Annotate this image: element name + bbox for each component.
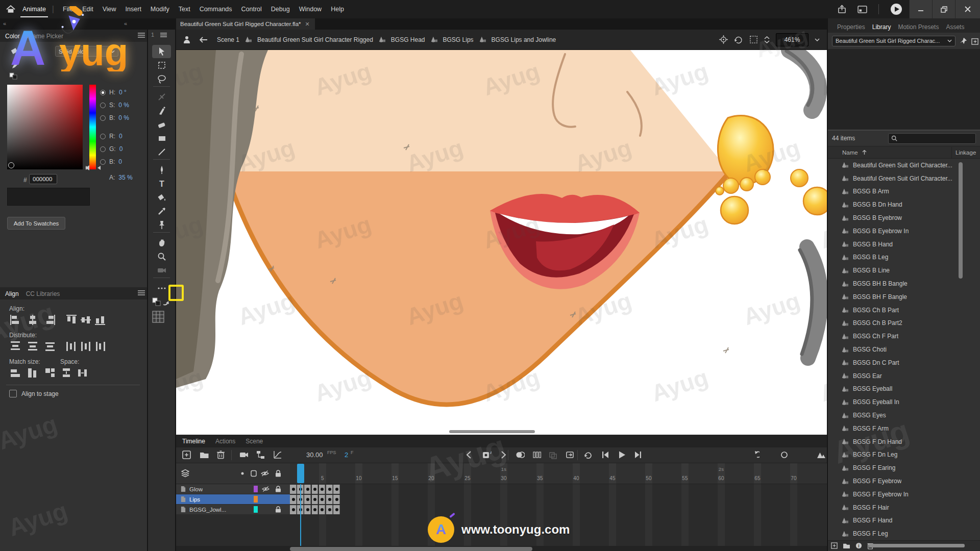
layer-color-swatch[interactable] (254, 496, 258, 503)
step-back-icon[interactable] (601, 450, 610, 459)
home-icon[interactable] (6, 5, 15, 13)
menu-help[interactable]: Help (331, 6, 344, 13)
library-item-bgsg-dn-c-part[interactable]: BGSG Dn C Part (828, 356, 980, 369)
keyframe-cell[interactable] (290, 485, 297, 494)
sort-ascending-icon[interactable] (862, 150, 867, 155)
new-symbol-icon[interactable] (831, 542, 838, 549)
library-item-bgsg-bh-f-bangle[interactable]: BGSG BH F Bangle (828, 290, 980, 304)
layer-row-lips[interactable]: Lips (176, 494, 290, 505)
text-tool[interactable]: T (152, 177, 171, 190)
document-tab[interactable]: Beautiful Green Suit Girl Rigged Charact… (176, 18, 315, 30)
keyframe-cell[interactable] (333, 505, 340, 514)
layer-color-swatch[interactable] (254, 486, 258, 492)
menu-debug[interactable]: Debug (271, 6, 290, 13)
brush-tool[interactable] (152, 104, 171, 117)
radio-s[interactable] (100, 103, 106, 108)
stage-h-scrollbar[interactable] (449, 430, 535, 433)
library-item-bgsg-f-earing[interactable]: BGSG F Earing (828, 461, 980, 474)
library-item-bgsg-f-dn-leg[interactable]: BGSG F Dn Leg (828, 448, 980, 462)
menu-insert[interactable]: Insert (126, 6, 141, 13)
tab-align[interactable]: Align (5, 290, 19, 299)
restore-icon[interactable] (932, 0, 955, 18)
collapse-left-dock-icon[interactable]: « (3, 20, 6, 27)
library-item-bgsg-f-leg[interactable]: BGSG F Leg (828, 527, 980, 540)
menu-modify[interactable]: Modify (151, 6, 169, 13)
tab-properties[interactable]: Properties (837, 23, 865, 33)
timeline-scrollbar-track[interactable] (176, 546, 827, 551)
record-icon[interactable] (780, 450, 789, 459)
subselection-tool[interactable] (152, 59, 171, 72)
library-item-bgsg-ch-f-part[interactable]: BGSG Ch F Part (828, 330, 980, 343)
asset-warp-tool[interactable] (152, 218, 171, 232)
tab-timeline[interactable]: Timeline (182, 438, 205, 445)
tab-assets[interactable]: Assets (946, 23, 964, 33)
color-picker-cursor[interactable] (8, 162, 14, 168)
align-top-button[interactable] (65, 314, 78, 325)
distribute-left-button[interactable] (65, 341, 78, 352)
menu-edit[interactable]: Edit (82, 6, 93, 13)
space-horizontal-button[interactable] (77, 367, 89, 379)
fill-type-select[interactable]: Solid color (55, 46, 118, 57)
keyframe-cell[interactable] (333, 495, 340, 504)
eyedropper-tool[interactable] (152, 205, 171, 218)
library-item-bgsg-ear[interactable]: BGSG Ear (828, 369, 980, 383)
keyframe-cell[interactable] (290, 495, 297, 504)
reset-view-icon[interactable] (750, 450, 760, 459)
hue-slider-left-arrow[interactable] (85, 165, 89, 170)
close-tab-icon[interactable]: ✕ (305, 21, 310, 28)
distribute-center-h-button[interactable] (80, 341, 92, 352)
fps-value[interactable]: 30.00 (306, 451, 323, 459)
onion-outline-icon[interactable] (532, 450, 542, 459)
tab-scene[interactable]: Scene (246, 438, 263, 445)
menu-view[interactable]: View (103, 6, 116, 13)
color-picker-field[interactable] (7, 85, 83, 169)
menu-file[interactable]: File (63, 6, 73, 13)
library-item-bgsg-f-arm[interactable]: BGSG F Arm (828, 422, 980, 435)
paint-bucket-tool[interactable] (152, 191, 171, 204)
share-icon[interactable] (838, 5, 846, 14)
current-frame-value[interactable]: 2 (345, 451, 348, 459)
center-frame-icon[interactable] (719, 35, 728, 44)
distribute-bottom-button[interactable] (44, 341, 56, 352)
align-left-button[interactable] (9, 314, 21, 325)
keyframe-cell[interactable] (319, 505, 326, 514)
highlight-column-icon[interactable] (238, 469, 247, 478)
clip-content-icon[interactable] (749, 35, 758, 44)
library-item-bgsg-eyes[interactable]: BGSG Eyes (828, 409, 980, 422)
align-center-h-button[interactable] (27, 314, 39, 325)
column-name[interactable]: Name (842, 149, 858, 156)
tab-motion-presets[interactable]: Motion Presets (898, 23, 939, 33)
swap-colors-icon[interactable] (152, 297, 169, 308)
menu-commands[interactable]: Commands (200, 6, 232, 13)
radio-g[interactable] (100, 146, 106, 152)
library-v-scrollbar[interactable] (959, 162, 963, 279)
tab-color[interactable]: Color (5, 33, 20, 42)
playhead-line[interactable] (300, 484, 301, 546)
library-item-bgsg-b-eyebrow-in[interactable]: BGSG B Eyebrow In (828, 224, 980, 238)
keyframe-cell[interactable] (312, 485, 318, 494)
width-tool[interactable] (152, 90, 171, 104)
library-item-bgsg-f-eyebrow-in[interactable]: BGSG F Eyebrow In (828, 488, 980, 501)
rotate-tool-icon[interactable] (734, 35, 743, 44)
onion-skin-icon[interactable] (516, 450, 525, 459)
layers-stack-icon[interactable] (181, 469, 189, 478)
keyframe-cell[interactable] (326, 495, 333, 504)
align-panel-menu-icon[interactable] (138, 290, 145, 295)
library-document-select[interactable]: Beautiful Green Suit Girl Rigged Charac.… (832, 36, 955, 46)
menu-text[interactable]: Text (179, 6, 190, 13)
library-item-bgsg-f-hand[interactable]: BGSG F Hand (828, 514, 980, 528)
play-icon[interactable] (890, 3, 902, 15)
layer-color-swatch[interactable] (254, 506, 258, 513)
library-item-bgsg-eyeball[interactable]: BGSG Eyeball (828, 383, 980, 396)
default-colors-icon[interactable] (9, 72, 18, 80)
lock-column-icon[interactable] (274, 469, 282, 478)
library-item-bgsg-b-hand[interactable]: BGSG B Hand (828, 238, 980, 251)
library-item-bgsg-b-line[interactable]: BGSG B Line (828, 264, 980, 277)
next-keyframe-icon[interactable] (499, 450, 508, 459)
radio-r[interactable] (100, 134, 106, 139)
library-item-bgsg-f-dn-hand[interactable]: BGSG F Dn Hand (828, 435, 980, 448)
graph-editor-icon[interactable] (273, 450, 282, 459)
zoom-stepper[interactable] (764, 36, 770, 43)
new-folder-icon[interactable] (200, 450, 209, 459)
tab-frame-picker[interactable]: Frame Picker (27, 33, 63, 42)
